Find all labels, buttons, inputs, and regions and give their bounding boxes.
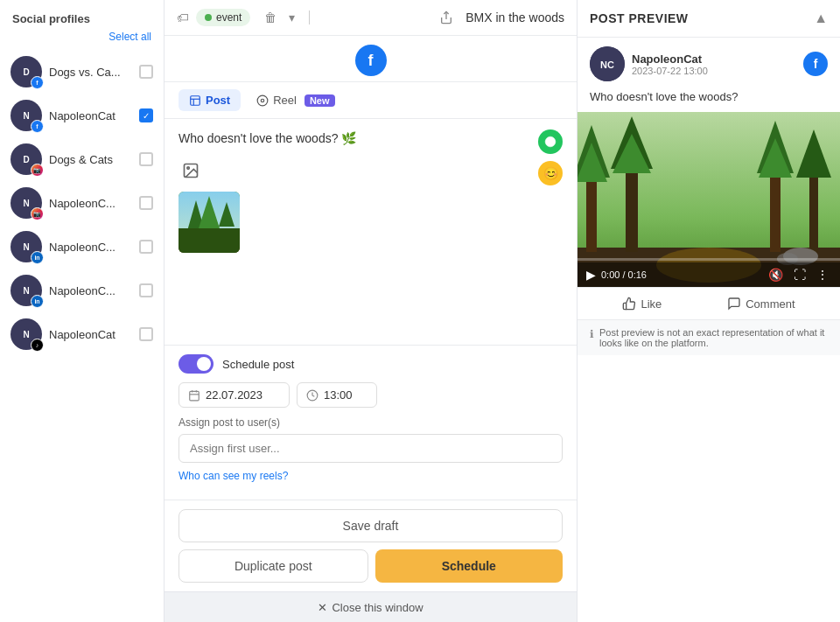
add-media-button[interactable] [178, 158, 203, 183]
new-badge: New [304, 94, 335, 107]
schedule-toggle[interactable] [178, 354, 214, 374]
svg-text:NC: NC [600, 59, 614, 70]
post-thumbnail [178, 192, 240, 253]
reels-link[interactable]: Who can see my reels? [178, 470, 563, 482]
close-bar: ✕ Close this window [164, 591, 577, 622]
profile-item[interactable]: N 📷 NapoleonC... [0, 181, 164, 225]
save-draft-button[interactable]: Save draft [178, 509, 563, 542]
close-icon: ✕ [318, 601, 327, 614]
time-input-wrap[interactable] [297, 382, 377, 408]
video-progress-bar[interactable] [578, 258, 840, 261]
platform-badge: in [31, 251, 44, 264]
schedule-button[interactable]: Schedule [375, 549, 564, 583]
schedule-toggle-label: Schedule post [222, 358, 294, 371]
collapse-preview-button[interactable]: ▲ [814, 10, 828, 26]
profile-name: Dogs vs. Ca... [49, 66, 132, 79]
video-controls: ▶ 0:00 / 0:16 🔇 ⛶ ⋮ [578, 262, 840, 287]
profile-checkbox[interactable] [139, 327, 153, 341]
post-type-tabs: Post Reel New [164, 82, 577, 119]
tab-reel[interactable]: Reel New [246, 89, 345, 111]
profile-item[interactable]: N ♪ NapoleonCat [0, 312, 164, 356]
video-time: 0:00 / 0:16 [601, 269, 760, 280]
avatar-wrap: N in [10, 275, 42, 306]
profile-checkbox[interactable] [139, 65, 153, 79]
duplicate-post-button[interactable]: Duplicate post [178, 549, 368, 583]
svg-point-8 [187, 167, 190, 170]
profile-item[interactable]: N in NapoleonC... [0, 269, 164, 312]
toggle-knob [197, 357, 211, 371]
profile-item[interactable]: N in NapoleonC... [0, 225, 164, 269]
profile-checkbox[interactable] [139, 108, 153, 122]
event-dot [205, 14, 212, 21]
event-badge: event [196, 9, 250, 26]
main-container: Social profiles Select all D f Dogs vs. … [0, 0, 840, 622]
profile-checkbox[interactable] [139, 196, 153, 210]
svg-marker-16 [227, 237, 233, 242]
mute-button[interactable]: 🔇 [766, 268, 786, 282]
profile-item[interactable]: N f NapoleonCat [0, 94, 164, 137]
close-window-link[interactable]: ✕ Close this window [318, 601, 423, 614]
platform-badge: ♪ [31, 339, 44, 352]
svg-rect-1 [191, 95, 200, 105]
platform-badge: in [31, 295, 44, 308]
tag-bar: 🏷 event 🗑 ▾ BMX in the woods [164, 0, 577, 36]
assign-user-input[interactable] [178, 434, 563, 463]
content-area: Who doesn't love the woods? 🌿 😊 [164, 119, 577, 345]
like-button[interactable]: Like [622, 297, 662, 311]
date-input-wrap[interactable] [178, 382, 290, 408]
avatar-wrap: N 📷 [10, 187, 42, 219]
clock-icon [306, 389, 318, 402]
tab-post[interactable]: Post [178, 89, 241, 111]
action-section: Save draft Duplicate post Schedule [164, 500, 577, 591]
schedule-toggle-row: Schedule post [178, 354, 563, 374]
center-panel: 🏷 event 🗑 ▾ BMX in the woods f [164, 0, 578, 622]
schedule-section: Schedule post [164, 345, 577, 500]
delete-tag-button[interactable]: 🗑 [261, 9, 280, 26]
preview-profile-date: 2023-07-22 13:00 [632, 66, 796, 76]
preview-title: POST PREVIEW [590, 11, 689, 25]
post-text: Who doesn't love the woods? 🌿 [178, 129, 528, 148]
share-button[interactable] [434, 9, 458, 26]
profile-item[interactable]: D 📷 Dogs & Cats [0, 137, 164, 181]
sidebar-title: Social profiles [0, 0, 164, 31]
calendar-icon [188, 389, 200, 402]
select-all-link[interactable]: Select all [0, 31, 164, 50]
comment-icon [727, 297, 741, 311]
svg-point-5 [261, 99, 264, 102]
play-button[interactable]: ▶ [586, 268, 596, 282]
fullscreen-button[interactable]: ⛶ [791, 268, 808, 282]
forest-scene [578, 112, 840, 287]
profile-name: NapoleonC... [49, 241, 132, 254]
profile-checkbox[interactable] [139, 283, 153, 297]
svg-point-15 [223, 234, 235, 246]
info-icon: ℹ [590, 328, 594, 340]
like-icon [622, 297, 636, 311]
profile-name: NapoleonCat [49, 109, 132, 122]
schedule-inputs [178, 382, 563, 408]
profile-item[interactable]: D f Dogs vs. Ca... [0, 50, 164, 94]
more-options-button[interactable]: ⋮ [814, 268, 831, 282]
preview-reactions: Like Comment [578, 287, 840, 319]
profile-name: Dogs & Cats [49, 153, 132, 166]
event-label: event [216, 11, 242, 24]
profile-checkbox[interactable] [139, 240, 153, 254]
ai-icon-button[interactable] [538, 129, 563, 154]
sidebar: Social profiles Select all D f Dogs vs. … [0, 0, 164, 622]
platform-badge: f [31, 120, 44, 133]
right-panel: POST PREVIEW ▲ NC NapoleonCat 2023-07-22… [578, 0, 840, 622]
tag-icon: 🏷 [177, 10, 189, 24]
platform-badge: 📷 [31, 207, 44, 220]
preview-header: POST PREVIEW ▲ [578, 0, 840, 38]
comment-button[interactable]: Comment [727, 297, 794, 311]
svg-rect-36 [809, 169, 818, 252]
profile-list: D f Dogs vs. Ca... N f NapoleonCat D 📷 D… [0, 50, 164, 356]
tag-actions: 🗑 ▾ [261, 9, 298, 26]
profile-checkbox[interactable] [139, 152, 153, 166]
date-input[interactable] [206, 388, 280, 402]
emoji-icon-button[interactable]: 😊 [538, 161, 563, 185]
avatar-wrap: N f [10, 100, 42, 131]
time-input[interactable] [324, 388, 368, 402]
assign-label: Assign post to user(s) [178, 416, 563, 429]
preview-video: ▶ 0:00 / 0:16 🔇 ⛶ ⋮ [578, 112, 840, 287]
dropdown-tag-button[interactable]: ▾ [285, 9, 298, 26]
